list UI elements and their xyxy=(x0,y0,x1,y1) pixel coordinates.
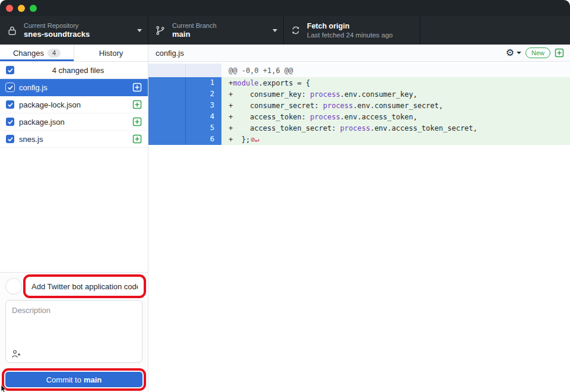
minimize-window-button[interactable] xyxy=(18,5,25,12)
diff-line-code: + access_token_secret: process.env.acces… xyxy=(221,122,570,134)
add-coauthor-button[interactable] xyxy=(11,349,21,358)
diff-line-code: + consumer_key: process.env.consumer_key… xyxy=(221,88,570,100)
diff-header: config.js ⚙ New xyxy=(148,45,570,62)
repository-label: Current Repository xyxy=(24,22,134,30)
diff-added-line: 6 + };⊘↵ xyxy=(148,134,570,145)
file-name: package.json xyxy=(19,118,132,127)
commit-description-input[interactable] xyxy=(6,301,142,346)
fetch-title: Fetch origin xyxy=(307,22,414,31)
file-added-icon xyxy=(132,134,142,144)
file-include-checkbox[interactable] xyxy=(6,118,14,126)
titlebar xyxy=(0,0,570,16)
changes-sidebar: Changes 4 History 4 changed files config… xyxy=(0,45,148,392)
branch-name: main xyxy=(172,30,269,39)
diff-line-gutter[interactable]: 5 xyxy=(148,122,221,134)
avatar xyxy=(5,278,22,295)
commit-description-box xyxy=(5,300,142,363)
diff-line-number: 6 xyxy=(186,134,221,145)
diff-added-line: 4 + access_token: process.env.access_tok… xyxy=(148,111,570,122)
file-list-empty-space xyxy=(0,148,148,272)
tab-changes-label: Changes xyxy=(13,49,44,58)
commit-button[interactable]: Commit to main xyxy=(5,372,142,387)
file-name: snes.js xyxy=(19,135,132,144)
file-name: package-lock.json xyxy=(19,100,132,109)
diff-line-number: 2 xyxy=(186,88,221,100)
branch-label: Current Branch xyxy=(172,22,269,30)
changes-count-badge: 4 xyxy=(48,49,61,58)
file-row[interactable]: package-lock.json xyxy=(0,96,148,113)
sync-icon xyxy=(291,26,300,35)
gear-icon: ⚙ xyxy=(506,48,514,58)
diff-line-code: + consumer_secret: process.env.consumer_… xyxy=(221,100,570,111)
diff-line-number: 4 xyxy=(186,111,221,122)
diff-line-number: 1 xyxy=(186,77,221,88)
diff-line-gutter[interactable]: 3 xyxy=(148,100,221,111)
changed-files-header: 4 changed files xyxy=(0,62,148,79)
diff-line-code: + access_token: process.env.access_token… xyxy=(221,111,570,122)
select-all-checkbox[interactable] xyxy=(6,66,14,74)
content: Changes 4 History 4 changed files config… xyxy=(0,45,570,392)
file-added-icon xyxy=(132,100,142,109)
diff-line-code: +module.exports = { xyxy=(221,77,570,88)
file-include-checkbox[interactable] xyxy=(6,83,14,91)
diff-line-gutter[interactable]: 2 xyxy=(148,88,221,100)
diff-line-code: + };⊘↵ xyxy=(221,134,570,145)
hunk-gutter[interactable] xyxy=(148,64,221,77)
file-row[interactable]: package.json xyxy=(0,113,148,131)
changed-files-count: 4 changed files xyxy=(14,66,142,75)
commit-button-branch: main xyxy=(84,375,102,384)
file-added-icon xyxy=(132,83,142,92)
chevron-down-icon xyxy=(137,29,142,32)
current-branch-dropdown[interactable]: Current Branch main xyxy=(148,16,284,45)
diff-added-icon[interactable] xyxy=(555,48,564,58)
sidebar-tabs: Changes 4 History xyxy=(0,45,148,62)
tab-changes[interactable]: Changes 4 xyxy=(0,45,74,61)
file-added-icon xyxy=(132,117,142,127)
lock-icon xyxy=(7,26,17,36)
commit-form: Commit to main xyxy=(0,272,148,392)
changed-file-list: config.js package-lock.json package.json xyxy=(0,79,148,148)
diff-options-button[interactable]: ⚙ xyxy=(506,48,521,58)
git-branch-icon xyxy=(156,26,166,36)
diff-added-line: 5 + access_token_secret: process.env.acc… xyxy=(148,122,570,134)
toolbar: Current Repository snes-soundtracks Curr… xyxy=(0,16,570,45)
file-include-checkbox[interactable] xyxy=(6,135,14,143)
close-window-button[interactable] xyxy=(6,5,13,12)
current-repository-dropdown[interactable]: Current Repository snes-soundtracks xyxy=(0,16,148,45)
zoom-window-button[interactable] xyxy=(30,5,37,12)
tab-history-label: History xyxy=(99,49,123,58)
diff-line-number: 5 xyxy=(186,122,221,134)
mouse-cursor xyxy=(1,385,8,392)
hunk-header-text: @@ -0,0 +1,6 @@ xyxy=(221,64,570,77)
diff-line-gutter[interactable]: 6 xyxy=(148,134,221,145)
chevron-down-icon xyxy=(273,29,277,32)
diff-body: @@ -0,0 +1,6 @@ 1 +module.exports = { 2 … xyxy=(148,62,570,392)
fetch-origin-button[interactable]: Fetch origin Last fetched 24 minutes ago xyxy=(284,16,420,45)
file-include-checkbox[interactable] xyxy=(6,100,14,109)
chevron-down-icon xyxy=(517,52,521,54)
diff-added-line: 3 + consumer_secret: process.env.consume… xyxy=(148,100,570,111)
diff-added-line: 1 +module.exports = { xyxy=(148,77,570,88)
file-row[interactable]: config.js xyxy=(0,79,148,96)
file-name: config.js xyxy=(19,83,132,92)
hunk-header-row: @@ -0,0 +1,6 @@ xyxy=(148,64,570,77)
diff-pane: config.js ⚙ New xyxy=(148,45,570,392)
fetch-subtitle: Last fetched 24 minutes ago xyxy=(307,31,414,39)
diff-line-gutter[interactable]: 4 xyxy=(148,111,221,122)
diff-line-gutter[interactable]: 1 xyxy=(148,77,221,88)
file-status-badge: New xyxy=(525,48,550,58)
diff-lines: 1 +module.exports = { 2 + consumer_key: … xyxy=(148,77,570,145)
github-desktop-window: Current Repository snes-soundtracks Curr… xyxy=(0,0,570,392)
file-row[interactable]: snes.js xyxy=(0,131,148,148)
repository-name: snes-soundtracks xyxy=(24,30,134,39)
window-controls xyxy=(6,5,37,12)
tab-history[interactable]: History xyxy=(74,45,148,61)
commit-summary-input[interactable] xyxy=(27,279,142,294)
diff-line-number: 3 xyxy=(186,100,221,111)
commit-button-prefix: Commit to xyxy=(46,375,81,384)
diff-added-line: 2 + consumer_key: process.env.consumer_k… xyxy=(148,88,570,100)
diff-file-name: config.js xyxy=(156,49,506,58)
